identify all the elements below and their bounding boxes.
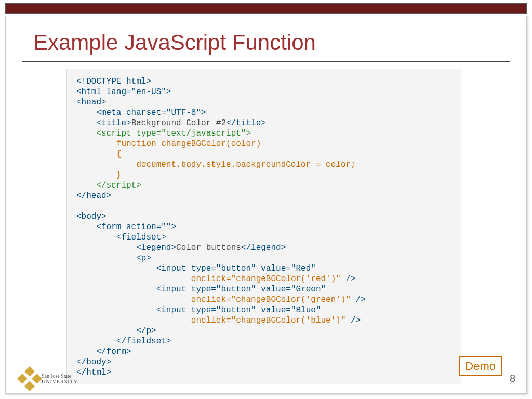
code-line: <p> — [136, 254, 151, 263]
code-line: <meta charset="UTF-8"> — [96, 108, 206, 117]
code-line: /> — [341, 274, 356, 284]
code-line: <legend> — [136, 243, 176, 252]
code-line: /> — [346, 316, 361, 325]
code-line: </p> — [136, 326, 156, 336]
code-line: <html lang="en-US"> — [76, 87, 171, 97]
code-line: } — [116, 170, 122, 180]
demo-button[interactable]: Demo — [459, 356, 502, 376]
code-line: onclick="changeBGColor('green')" — [191, 295, 351, 304]
code-line: <form action=""> — [96, 222, 176, 232]
code-line: function changeBGColor(color) — [116, 139, 261, 149]
code-line: <body> — [76, 212, 107, 221]
code-line: </fieldset> — [116, 337, 171, 346]
code-line: document.body.style.backgroundColor = co… — [136, 160, 355, 169]
logo-line2: UNIVERSITY — [42, 379, 78, 384]
code-line: <input type="button" value="Red" — [156, 264, 316, 273]
code-line: </legend> — [241, 243, 286, 252]
logo-icon — [17, 366, 42, 391]
logo-text: San José State UNIVERSITY — [42, 373, 78, 384]
code-example-box: <!DOCTYPE html> <html lang="en-US"> <hea… — [66, 69, 461, 384]
code-line: </html> — [76, 368, 111, 377]
code-line: <title> — [96, 118, 131, 128]
code-line: </form> — [96, 347, 131, 356]
title-divider — [22, 61, 510, 62]
logo-line1: San José State — [42, 373, 78, 379]
code-line: <input type="button" value="Green" — [156, 285, 326, 294]
code-line: /> — [351, 295, 366, 304]
code-line: <!DOCTYPE html> — [76, 77, 151, 86]
code-line: </script> — [96, 181, 141, 190]
code-line: </body> — [76, 357, 111, 367]
code-line: <input type="button" value="Blue" — [156, 305, 321, 315]
code-line: { — [116, 150, 122, 159]
slide-title: Example JavaScript Function — [33, 30, 316, 55]
code-text: Background Color #2 — [131, 118, 226, 128]
code-line: <script type="text/javascript"> — [96, 129, 251, 138]
code-line: </head> — [76, 191, 111, 201]
slide-top-bar — [5, 3, 527, 14]
university-logo: San José State UNIVERSITY — [21, 370, 78, 388]
code-line: <head> — [76, 98, 107, 107]
page-number: 8 — [510, 373, 515, 384]
code-line: onclick="changeBGColor('blue')" — [191, 316, 346, 325]
code-line: </title> — [226, 118, 266, 128]
code-text: Color buttons — [176, 243, 241, 252]
code-line: <fieldset> — [116, 233, 166, 242]
code-line: onclick="changeBGColor('red')" — [191, 274, 341, 284]
